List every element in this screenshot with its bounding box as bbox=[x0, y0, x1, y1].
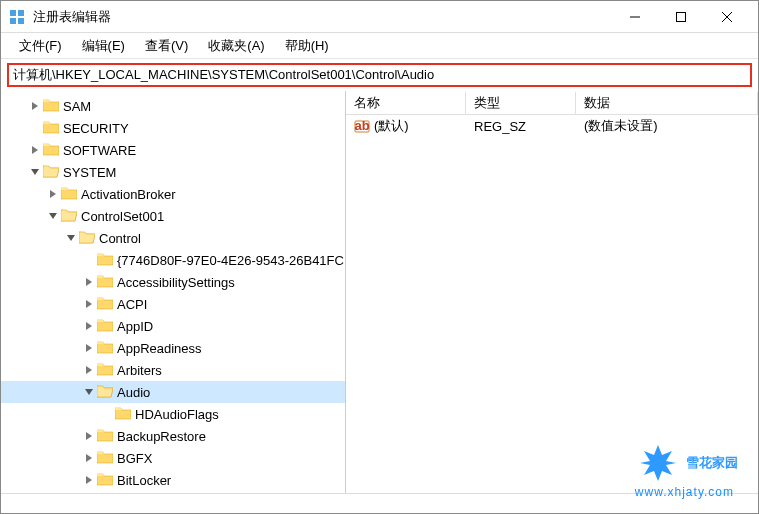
tree-item[interactable]: ACPI bbox=[1, 293, 345, 315]
content-area: SAMSECURITYSOFTWARESYSTEMActivationBroke… bbox=[1, 91, 758, 493]
tree-label: BitLocker bbox=[117, 473, 171, 488]
chevron-icon[interactable] bbox=[45, 208, 61, 224]
chevron-icon[interactable] bbox=[81, 384, 97, 400]
tree-item[interactable]: SOFTWARE bbox=[1, 139, 345, 161]
watermark-url: www.xhjaty.com bbox=[635, 485, 734, 499]
folder-icon bbox=[43, 164, 63, 181]
chevron-icon[interactable] bbox=[81, 318, 97, 334]
chevron-icon[interactable] bbox=[81, 362, 97, 378]
tree-item[interactable]: BitlockerStatus bbox=[1, 491, 345, 493]
maximize-button[interactable] bbox=[658, 1, 704, 33]
svg-text:ab: ab bbox=[354, 118, 369, 133]
tree-item[interactable]: Control bbox=[1, 227, 345, 249]
list-header: 名称 类型 数据 bbox=[346, 91, 758, 115]
chevron-icon[interactable] bbox=[27, 142, 43, 158]
chevron-icon[interactable] bbox=[45, 186, 61, 202]
list-pane[interactable]: 名称 类型 数据 ab(默认)REG_SZ(数值未设置) bbox=[346, 91, 758, 493]
addressbar[interactable] bbox=[7, 63, 752, 87]
header-data[interactable]: 数据 bbox=[576, 92, 758, 114]
folder-icon bbox=[97, 362, 117, 379]
folder-icon bbox=[97, 318, 117, 335]
svg-marker-10 bbox=[640, 445, 676, 481]
svg-rect-1 bbox=[18, 10, 24, 16]
tree-item[interactable]: Arbiters bbox=[1, 359, 345, 381]
tree-label: BGFX bbox=[117, 451, 152, 466]
chevron-icon[interactable] bbox=[81, 252, 97, 268]
header-name[interactable]: 名称 bbox=[346, 92, 466, 114]
folder-icon bbox=[61, 186, 81, 203]
window-controls bbox=[612, 1, 750, 33]
list-body: ab(默认)REG_SZ(数值未设置) bbox=[346, 115, 758, 137]
menu-view[interactable]: 查看(V) bbox=[135, 35, 198, 57]
watermark-text: 雪花家园 bbox=[686, 454, 738, 472]
chevron-icon[interactable] bbox=[27, 120, 43, 136]
tree-item[interactable]: HDAudioFlags bbox=[1, 403, 345, 425]
chevron-icon[interactable] bbox=[27, 164, 43, 180]
tree-item[interactable]: ControlSet001 bbox=[1, 205, 345, 227]
chevron-icon[interactable] bbox=[81, 450, 97, 466]
chevron-icon[interactable] bbox=[81, 428, 97, 444]
tree-item[interactable]: BGFX bbox=[1, 447, 345, 469]
folder-icon bbox=[97, 472, 117, 489]
cell-type: REG_SZ bbox=[466, 117, 576, 136]
window-title: 注册表编辑器 bbox=[33, 8, 612, 26]
minimize-button[interactable] bbox=[612, 1, 658, 33]
chevron-icon[interactable] bbox=[81, 296, 97, 312]
tree-item[interactable]: AppReadiness bbox=[1, 337, 345, 359]
tree-item[interactable]: BitLocker bbox=[1, 469, 345, 491]
tree-item[interactable]: {7746D80F-97E0-4E26-9543-26B41FC bbox=[1, 249, 345, 271]
header-type[interactable]: 类型 bbox=[466, 92, 576, 114]
menu-edit[interactable]: 编辑(E) bbox=[72, 35, 135, 57]
cell-data: (数值未设置) bbox=[576, 115, 758, 137]
address-input[interactable] bbox=[13, 68, 746, 83]
folder-icon bbox=[97, 340, 117, 357]
tree-item[interactable]: ActivationBroker bbox=[1, 183, 345, 205]
tree-label: Control bbox=[99, 231, 141, 246]
tree-label: AccessibilitySettings bbox=[117, 275, 235, 290]
list-row[interactable]: ab(默认)REG_SZ(数值未设置) bbox=[346, 115, 758, 137]
menu-help[interactable]: 帮助(H) bbox=[275, 35, 339, 57]
chevron-icon[interactable] bbox=[81, 340, 97, 356]
folder-icon bbox=[97, 384, 117, 401]
tree-label: AppID bbox=[117, 319, 153, 334]
tree-label: SOFTWARE bbox=[63, 143, 136, 158]
menu-file[interactable]: 文件(F) bbox=[9, 35, 72, 57]
chevron-icon[interactable] bbox=[81, 472, 97, 488]
cell-name: ab(默认) bbox=[346, 115, 466, 137]
tree-item[interactable]: SECURITY bbox=[1, 117, 345, 139]
svg-rect-2 bbox=[10, 18, 16, 24]
menubar: 文件(F) 编辑(E) 查看(V) 收藏夹(A) 帮助(H) bbox=[1, 33, 758, 59]
tree-item[interactable]: SAM bbox=[1, 95, 345, 117]
tree-label: ActivationBroker bbox=[81, 187, 176, 202]
tree-label: SYSTEM bbox=[63, 165, 116, 180]
titlebar: 注册表编辑器 bbox=[1, 1, 758, 33]
tree-item[interactable]: AccessibilitySettings bbox=[1, 271, 345, 293]
svg-rect-5 bbox=[677, 12, 686, 21]
folder-icon bbox=[43, 142, 63, 159]
chevron-icon[interactable] bbox=[27, 98, 43, 114]
menu-favorites[interactable]: 收藏夹(A) bbox=[198, 35, 274, 57]
chevron-icon[interactable] bbox=[99, 406, 115, 422]
tree-label: SECURITY bbox=[63, 121, 129, 136]
tree-item[interactable]: Audio bbox=[1, 381, 345, 403]
tree-label: ControlSet001 bbox=[81, 209, 164, 224]
tree-pane[interactable]: SAMSECURITYSOFTWARESYSTEMActivationBroke… bbox=[1, 91, 346, 493]
tree-label: SAM bbox=[63, 99, 91, 114]
tree-item[interactable]: AppID bbox=[1, 315, 345, 337]
folder-icon bbox=[115, 406, 135, 423]
close-button[interactable] bbox=[704, 1, 750, 33]
tree-label: Arbiters bbox=[117, 363, 162, 378]
watermark: 雪花家园 bbox=[638, 443, 738, 483]
tree-label: BackupRestore bbox=[117, 429, 206, 444]
folder-icon bbox=[43, 98, 63, 115]
tree-label: HDAudioFlags bbox=[135, 407, 219, 422]
tree-item[interactable]: BackupRestore bbox=[1, 425, 345, 447]
chevron-icon[interactable] bbox=[81, 274, 97, 290]
chevron-icon[interactable] bbox=[63, 230, 79, 246]
folder-icon bbox=[61, 208, 81, 225]
folder-icon bbox=[43, 120, 63, 137]
tree-label: Audio bbox=[117, 385, 150, 400]
folder-icon bbox=[97, 450, 117, 467]
tree-item[interactable]: SYSTEM bbox=[1, 161, 345, 183]
svg-rect-3 bbox=[18, 18, 24, 24]
